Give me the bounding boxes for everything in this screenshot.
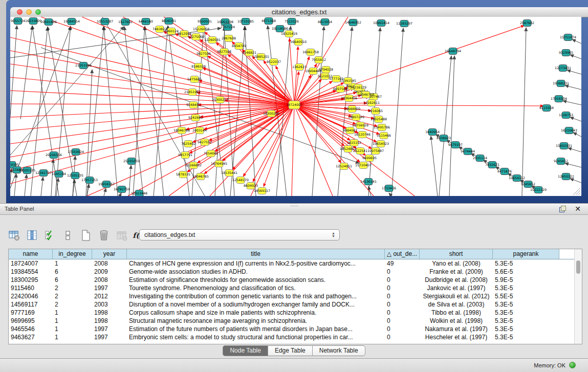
network-edge[interactable] — [565, 163, 581, 167]
network-node[interactable]: 5878335 — [176, 171, 190, 178]
network-node[interactable]: 14136141 — [360, 179, 377, 185]
network-node[interactable]: 19958167 — [98, 181, 115, 188]
network-edge[interactable] — [522, 28, 526, 196]
network-node[interactable]: 8838301 — [162, 18, 176, 25]
network-node[interactable]: 15751074 — [560, 34, 576, 41]
network-node[interactable]: 6679197 — [448, 142, 463, 148]
network-node[interactable]: 16033809 — [25, 18, 41, 25]
network-node[interactable]: 10975887 — [367, 148, 384, 155]
network-edge[interactable] — [572, 39, 581, 43]
table-row[interactable]: 946362711997Embryonic stem cells: a mode… — [9, 333, 582, 341]
network-node[interactable]: 16764945 — [211, 161, 227, 167]
network-node[interactable]: 7832621 — [485, 162, 499, 168]
network-node[interactable]: 4671368 — [262, 18, 276, 25]
network-edge[interactable] — [294, 105, 341, 163]
table-row[interactable]: 911546021997Tourette syndrome. Phenomeno… — [9, 284, 582, 292]
network-edge[interactable] — [294, 105, 543, 106]
network-node[interactable]: 17359924 — [68, 149, 84, 156]
network-node[interactable]: 18325419 — [281, 31, 297, 37]
delete-column-icon[interactable] — [98, 229, 110, 242]
network-edge[interactable] — [104, 188, 106, 196]
network-node[interactable]: 1615152 — [347, 140, 361, 146]
tab-node-table[interactable]: Node Table — [223, 345, 268, 356]
network-edge[interactable] — [294, 47, 298, 105]
network-edge[interactable] — [10, 51, 294, 105]
column-header-name[interactable]: name — [9, 249, 53, 259]
network-node[interactable]: 16120746 — [354, 132, 371, 138]
network-node[interactable]: 8813054 — [318, 19, 332, 26]
node-table[interactable]: namein_degreeyeartitle△ out_de...shortpa… — [8, 249, 582, 344]
network-node[interactable]: 14646912 — [345, 19, 361, 26]
network-edge[interactable] — [570, 179, 581, 183]
network-node[interactable]: 8215958 — [539, 105, 554, 112]
network-edge[interactable] — [120, 193, 121, 196]
network-node[interactable]: 8522037 — [267, 59, 281, 65]
table-row[interactable]: 977716911998Corpus callosum shape and si… — [9, 309, 582, 317]
network-node[interactable]: 17957253 — [81, 177, 98, 184]
network-edge[interactable] — [51, 159, 53, 196]
table-row[interactable]: 2242004622012Investigating the contribut… — [9, 292, 582, 300]
network-edge[interactable] — [573, 133, 581, 137]
table-row[interactable]: 1456911722003Disruption of a novel membe… — [9, 300, 582, 309]
network-node[interactable]: 6697568 — [333, 86, 347, 93]
network-node[interactable]: 9242845 — [188, 115, 203, 121]
network-node[interactable]: 20206556 — [46, 152, 62, 159]
network-node[interactable]: 1527602 — [118, 19, 133, 26]
network-edge[interactable] — [228, 54, 294, 105]
close-panel-icon[interactable]: ✕ — [575, 205, 581, 213]
table-row[interactable]: 969969511998Structural magnetic resonanc… — [9, 317, 582, 325]
resize-grip[interactable] — [573, 188, 580, 195]
network-edge[interactable] — [439, 56, 451, 196]
network-node[interactable]: 15226058 — [193, 26, 209, 33]
network-node[interactable]: 1640954 — [425, 129, 440, 136]
network-canvas[interactable]: 1872400790557241603380920691406193845541… — [10, 17, 581, 196]
network-node[interactable]: 21053346 — [75, 62, 92, 69]
network-edge[interactable] — [41, 177, 43, 196]
network-edge[interactable] — [25, 174, 27, 196]
table-row[interactable]: 1872400712008Changes of HCN gene express… — [9, 259, 582, 268]
network-edge[interactable] — [565, 85, 581, 90]
network-edge[interactable] — [570, 55, 581, 59]
vertical-scrollbar[interactable] — [574, 249, 582, 344]
network-node[interactable]: 12450122 — [558, 173, 574, 180]
window-titlebar[interactable]: citations_edges.txt — [10, 7, 588, 17]
network-edge[interactable] — [10, 77, 294, 105]
network-node[interactable]: 7515526 — [285, 18, 299, 25]
network-node[interactable]: 9457791 — [178, 152, 192, 159]
memory-status-icon[interactable] — [569, 362, 576, 368]
network-edge[interactable] — [87, 26, 104, 196]
network-node[interactable]: 8454749 — [232, 43, 246, 50]
network-node[interactable]: 9248452 — [186, 102, 201, 108]
network-node[interactable]: 18135441 — [221, 170, 237, 177]
network-node[interactable]: 10719185 — [237, 18, 254, 25]
network-node[interactable]: 9055724 — [11, 18, 25, 25]
network-node[interactable]: 25205059 — [123, 158, 140, 165]
network-node[interactable]: 16648794 — [445, 48, 461, 55]
network-node[interactable]: 8960124 — [164, 28, 179, 35]
network-edge[interactable] — [389, 193, 391, 196]
network-node[interactable]: 8604923 — [244, 183, 258, 189]
network-edge[interactable] — [10, 169, 11, 196]
network-node[interactable]: 25300217 — [212, 97, 228, 103]
column-header-year[interactable]: year — [92, 249, 127, 259]
network-edge[interactable] — [431, 136, 438, 196]
network-node[interactable]: 16640910 — [290, 39, 307, 46]
network-node[interactable]: 6466160 — [139, 18, 153, 25]
column-header-title[interactable]: title — [127, 249, 385, 259]
network-node[interactable]: 14569117 — [254, 188, 270, 194]
network-node[interactable]: 12548170 — [232, 177, 249, 184]
network-node[interactable]: 10756928 — [352, 122, 368, 129]
table-settings-icon[interactable] — [8, 229, 20, 242]
network-node[interactable]: 10025488 — [371, 116, 387, 123]
network-node[interactable]: 16210643 — [561, 127, 577, 134]
network-edge[interactable] — [570, 117, 581, 121]
network-node[interactable]: 1545194 — [52, 171, 66, 178]
network-node[interactable]: 8938923 — [437, 135, 451, 142]
network-edge[interactable] — [104, 27, 118, 196]
column-selection-icon[interactable] — [26, 229, 38, 242]
network-node[interactable]: 5475685 — [187, 76, 202, 83]
network-node[interactable]: 7254045 — [204, 150, 218, 157]
network-node[interactable]: 18046788 — [173, 127, 190, 134]
network-edge[interactable] — [133, 26, 145, 196]
network-node[interactable]: 15720407 — [355, 162, 372, 169]
